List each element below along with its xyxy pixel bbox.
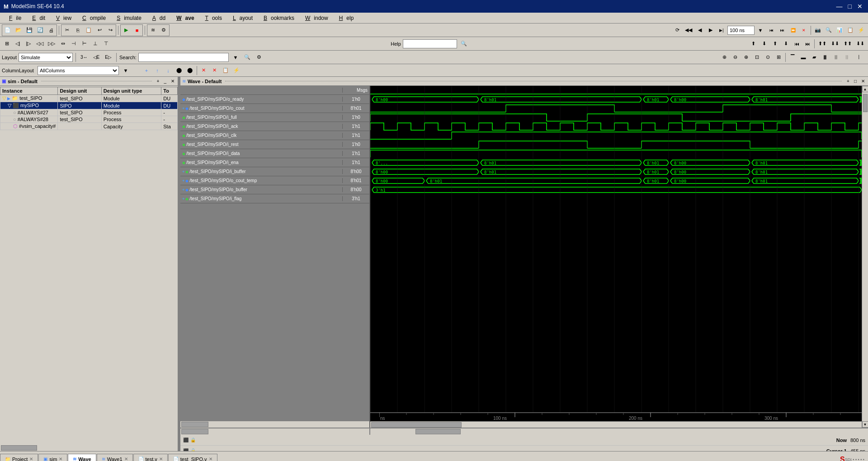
search-btn2[interactable]: ⚙: [254, 52, 264, 62]
sim-panel-pin[interactable]: +: [156, 79, 161, 84]
print-btn[interactable]: 🖨: [46, 25, 56, 35]
expand-icon3[interactable]: +: [182, 179, 184, 183]
wave-tb1[interactable]: +: [142, 66, 151, 75]
menu-edit[interactable]: Edit: [25, 14, 49, 22]
nav-b3[interactable]: ⬆⬆: [842, 39, 854, 49]
signal-row-i-data[interactable]: ◆ /test_SIPO/mySIPO/i_data 1'h1: [180, 149, 369, 158]
table-row[interactable]: ▽ ▶ 📁 test_SIPO test_SIPO Module DU: [0, 95, 178, 102]
tab-test-v-close[interactable]: ✕: [159, 456, 163, 461]
sim-btn8[interactable]: 📋: [845, 25, 855, 35]
tab-wave1-close[interactable]: ✕: [124, 456, 128, 461]
sim-btn7[interactable]: 📊: [835, 25, 844, 35]
signal-row-o-ready[interactable]: ◆ /test_SIPO/mySIPO/o_ready 1'h0: [180, 95, 369, 104]
zoom-full[interactable]: ⊕: [719, 52, 729, 62]
tab-wave1[interactable]: ≋ Wave1 ✕: [97, 454, 133, 461]
sim-btn3[interactable]: ⏩: [788, 25, 798, 35]
nav-b4[interactable]: ⬇⬇: [854, 39, 866, 49]
signal-row-o-cout-temp[interactable]: + ◆ /test_SIPO/mySIPO/o_cout_temp 8'h01: [180, 176, 369, 185]
zoom-out[interactable]: ⊖: [730, 52, 740, 62]
tab-sim-close[interactable]: ✕: [59, 456, 62, 461]
tab-test-v[interactable]: 📄 test.v ✕: [133, 454, 168, 461]
wave-shape4[interactable]: ▓: [820, 52, 830, 62]
column-layout-select[interactable]: AllColumns: [38, 66, 119, 75]
sim-restart-btn[interactable]: ⟳: [672, 25, 682, 35]
sim-btn2[interactable]: ⏭: [777, 25, 787, 35]
tab-test-sipo-v[interactable]: 📄 test_SIPO.v ✕: [168, 454, 217, 461]
wave-cursor2[interactable]: ⊢: [80, 39, 90, 49]
wave-shape6[interactable]: ░: [842, 52, 852, 62]
signal-row-i-ack[interactable]: ◆ /test_SIPO/mySIPO/i_ack 1'h1: [180, 122, 369, 131]
vscroll-up-btn[interactable]: ▲: [862, 86, 868, 92]
tab-test-sipo-v-close[interactable]: ✕: [209, 456, 212, 461]
menu-tools[interactable]: Tools: [198, 14, 226, 22]
signal-row-o-buffer[interactable]: + ◆ /test_SIPO/mySIPO/o_buffer 8'h00: [180, 185, 369, 194]
sim-forward-btn[interactable]: ▶: [706, 25, 716, 35]
sim-btn6[interactable]: 🔍: [824, 25, 834, 35]
wave-align[interactable]: ⇔: [58, 39, 68, 49]
help-input[interactable]: [403, 39, 457, 48]
search-dropdown[interactable]: ▼: [231, 52, 241, 62]
wave-tb8[interactable]: 📋: [221, 66, 231, 75]
wave-tb3[interactable]: ↓: [163, 66, 173, 75]
column-layout-dropdown[interactable]: ▼: [121, 66, 131, 75]
signal-row-i-clk[interactable]: ◆ /test_SIPO/mySIPO/i_clk 1'h1: [180, 131, 369, 140]
wave-hscroll[interactable]: [370, 421, 862, 428]
menu-layout[interactable]: Layout: [226, 14, 256, 22]
expand-icon2[interactable]: +: [182, 169, 184, 174]
nav-fwd[interactable]: ⬇: [759, 39, 769, 49]
signal-row-i-buffer[interactable]: + ◆ /test_SIPO/mySIPO/i_buffer 8'h00: [180, 167, 369, 176]
waveform-canvas[interactable]: [370, 86, 862, 412]
open-btn[interactable]: 📂: [14, 25, 24, 35]
tab-sim[interactable]: ▣ sim ✕: [38, 454, 67, 461]
wave-tb2[interactable]: ↑: [152, 66, 162, 75]
expand-icon5[interactable]: +: [182, 197, 184, 201]
wave-zoom-fit[interactable]: ⊞: [2, 39, 12, 49]
wave-tb7[interactable]: ✕: [210, 66, 220, 75]
tab-project-close[interactable]: ✕: [29, 456, 33, 461]
paste-btn[interactable]: 📋: [84, 25, 94, 35]
table-row[interactable]: ▽ ⬛ mySIPO SIPO Module DU: [0, 102, 178, 109]
redo-btn[interactable]: ↪: [105, 25, 115, 35]
signal-hscroll-bottom[interactable]: [180, 428, 369, 435]
run-btn[interactable]: ▶: [121, 25, 131, 35]
cut-btn[interactable]: ✂: [62, 25, 72, 35]
help-search[interactable]: 🔍: [459, 39, 469, 49]
sim-btn1[interactable]: ⏮: [766, 25, 776, 35]
wave-snap-right[interactable]: |▷: [24, 39, 33, 49]
signal-row-i-rest[interactable]: ◆ /test_SIPO/mySIPO/i_rest 1'h0: [180, 140, 369, 149]
table-row[interactable]: ○ #ALWAYS#28 test_SIPO Process -: [0, 116, 178, 123]
wave-vscroll[interactable]: ▲ ▼: [862, 86, 868, 428]
menu-file[interactable]: File: [2, 14, 25, 22]
sim-btn4[interactable]: ✕: [799, 25, 809, 35]
signal-area[interactable]: ◆ /test_SIPO/mySIPO/o_ready 1'h0 + ◆ /te…: [180, 95, 369, 421]
table-row[interactable]: ○ #ALWAYS#27 test_SIPO Process -: [0, 109, 178, 116]
menu-help[interactable]: Help: [332, 14, 358, 22]
sim-step-btn[interactable]: ▶|: [717, 25, 726, 35]
wave-opt-btn[interactable]: ⚙: [159, 25, 169, 35]
wave-tb6[interactable]: ✕: [199, 66, 209, 75]
save-btn[interactable]: 💾: [24, 25, 34, 35]
vscroll-down-btn[interactable]: ▼: [862, 421, 868, 428]
signal-list-hscroll[interactable]: [180, 421, 369, 428]
expand-icon4[interactable]: +: [182, 188, 184, 192]
close-button[interactable]: ✕: [855, 3, 864, 10]
zoom-in[interactable]: ⊕: [741, 52, 751, 62]
wave-add-btn[interactable]: ≋: [148, 25, 158, 35]
new-btn[interactable]: 📄: [3, 25, 13, 35]
signal-row-i-flag[interactable]: + ◆ /test_SIPO/mySIPO/i_flag 3'h1: [180, 194, 369, 203]
sim-time-input[interactable]: [727, 26, 755, 35]
nav-first[interactable]: ⏮: [792, 39, 802, 49]
wave-panel-close[interactable]: ✕: [860, 79, 866, 84]
menu-simulate[interactable]: Simulate: [109, 14, 145, 22]
search-input[interactable]: [138, 53, 229, 62]
wave-tb4[interactable]: ⬤: [174, 66, 184, 75]
signal-row-o-cout[interactable]: + ◆ /test_SIPO/mySIPO/o_cout 8'h01: [180, 104, 369, 113]
wave-cursor3[interactable]: ⊥: [90, 39, 100, 49]
expand-icon[interactable]: +: [182, 106, 184, 111]
wave-snap-left[interactable]: ◁|: [13, 39, 23, 49]
signal-row-i-full[interactable]: ◆ /test_SIPO/mySIPO/i_full 1'h0: [180, 113, 369, 122]
signal-row-i-ena[interactable]: ◆ /test_SIPO/mySIPO/i_ena 1'h1: [180, 158, 369, 167]
wave-cursor1[interactable]: ⊣: [69, 39, 79, 49]
nav-up[interactable]: ⬆: [770, 39, 780, 49]
wave-shape1[interactable]: ▔: [788, 52, 797, 62]
